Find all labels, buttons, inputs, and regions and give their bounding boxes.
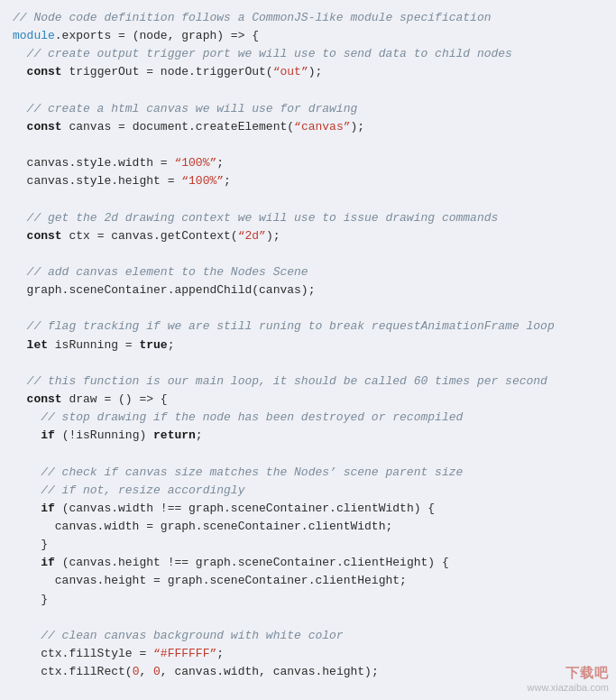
code-line: graph.sceneContainer.appendChild(canvas)… [13,281,603,299]
code-line: const ctx = canvas.getContext(“2d”); [13,227,603,245]
code-line: // this function is our main loop, it sh… [13,373,603,391]
code-line: // if not, resize accordingly [13,482,603,500]
code-editor: // Node code definition follows a Common… [0,0,616,700]
code-line [13,136,603,154]
code-line: // check if canvas size matches the Node… [13,464,603,482]
code-line: // stop drawing if the node has been des… [13,409,603,427]
code-line: ctx.fillRect(0, 0, canvas.width, canvas.… [13,663,603,681]
code-line [13,190,603,208]
code-line: if (canvas.width !== graph.sceneContaine… [13,500,603,518]
code-line: let isRunning = true; [13,336,603,355]
code-line [13,82,603,100]
code-line [13,609,603,627]
code-line: } [13,591,603,609]
code-line: } [13,536,603,554]
code-line: // get the 2d drawing context we will us… [13,209,603,227]
code-line: if (!isRunning) return; [13,427,603,445]
code-line: canvas.width = graph.sceneContainer.clie… [13,518,603,536]
code-line: // flag tracking if we are still runing … [13,318,603,336]
code-line: const canvas = document.createElement(“c… [13,118,603,136]
code-line [13,681,603,699]
code-line: // create output trigger port we will us… [13,45,603,63]
code-line: canvas.style.height = “100%”; [13,172,603,190]
code-line: module.exports = (node, graph) => { [13,27,603,45]
code-line: if (canvas.height !== graph.sceneContain… [13,554,603,572]
code-line: ctx.fillStyle = “#FFFFFF”; [13,645,603,663]
code-line [13,245,603,263]
code-line [13,299,603,318]
code-line: const triggerOut = node.triggerOut(“out”… [13,63,603,81]
code-line: const draw = () => { [13,391,603,409]
code-line: // create a html canvas we will use for … [13,100,603,118]
code-content: // Node code definition follows a Common… [13,9,603,700]
code-line: // clean canvas background with white co… [13,627,603,645]
code-line [13,445,603,463]
code-line: canvas.height = graph.sceneContainer.cli… [13,572,603,590]
code-line: // add canvas element to the Nodes Scene [13,263,603,281]
code-line [13,355,603,373]
code-line: // Node code definition follows a Common… [13,9,603,27]
code-line: canvas.style.width = “100%”; [13,154,603,172]
